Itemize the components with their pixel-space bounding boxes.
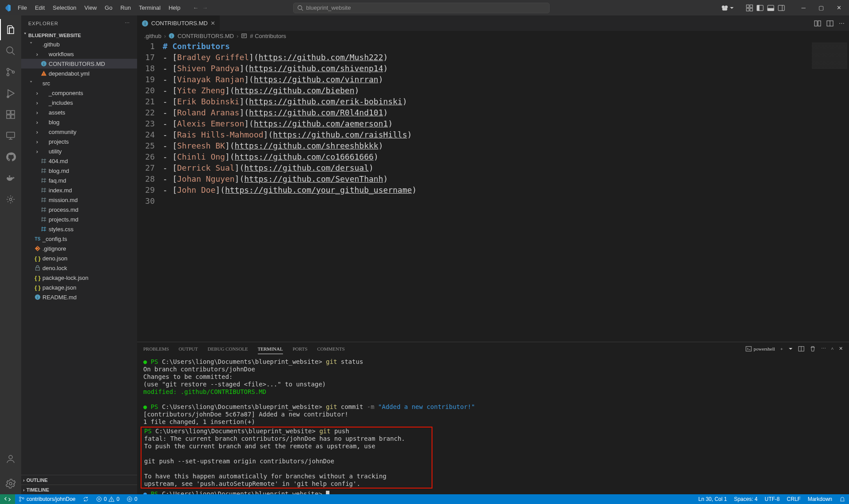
git-branch[interactable]: contributors/johnDoe — [15, 496, 79, 502]
tab-contributors[interactable]: i CONTRIBUTORS.MD ✕ — [137, 15, 220, 31]
open-preview-icon[interactable] — [826, 20, 834, 27]
docker-icon[interactable] — [0, 168, 21, 189]
layout-sidebar-left-icon[interactable] — [757, 4, 764, 11]
split-terminal-icon[interactable] — [798, 346, 804, 352]
menu-selection[interactable]: Selection — [49, 3, 80, 13]
minimap[interactable] — [812, 42, 847, 69]
sync-icon[interactable] — [79, 496, 92, 502]
remote-indicator-icon[interactable] — [0, 494, 15, 504]
tree-item-contributors-md[interactable]: iCONTRIBUTORS.MD — [21, 59, 137, 69]
language-mode[interactable]: Markdown — [804, 496, 836, 502]
menu-file[interactable]: File — [14, 3, 31, 13]
compare-changes-icon[interactable] — [814, 20, 821, 27]
tree-item-mission-md[interactable]: mission.md — [21, 195, 137, 205]
tree-item-index-md[interactable]: index.md — [21, 185, 137, 195]
nav-back-icon[interactable]: ← — [193, 4, 199, 11]
tree-item-readme-md[interactable]: iREADME.md — [21, 292, 137, 302]
tree-item-404-md[interactable]: 404.md — [21, 156, 137, 166]
tree-item-styles-css[interactable]: styles.css — [21, 224, 137, 234]
tree-item-community[interactable]: ›community — [21, 127, 137, 137]
menu-view[interactable]: View — [81, 3, 100, 13]
panel-tab-ports[interactable]: PORTS — [293, 346, 308, 351]
terminal-dropdown-icon[interactable] — [788, 347, 793, 351]
command-center[interactable]: blueprint_website — [293, 3, 550, 13]
extensions-icon[interactable] — [0, 104, 21, 125]
close-icon[interactable]: ✕ — [832, 4, 845, 11]
terminal-body[interactable]: ● PS C:\Users\liong\Documents\blueprint_… — [137, 355, 849, 494]
tree-item-blog-md[interactable]: blog.md — [21, 166, 137, 176]
outline-section[interactable]: ›OUTLINE — [21, 475, 137, 485]
menu-terminal[interactable]: Terminal — [135, 3, 164, 13]
copilot-icon[interactable] — [721, 4, 734, 12]
cursor-position[interactable]: Ln 30, Col 1 — [695, 496, 730, 502]
run-debug-icon[interactable] — [0, 83, 21, 104]
svg-point-90 — [19, 497, 21, 499]
tree-item--github[interactable]: ˅.github — [21, 39, 137, 49]
tree-item-projects[interactable]: ›projects — [21, 137, 137, 146]
remote-explorer-icon[interactable] — [0, 125, 21, 146]
sidebar-more-icon[interactable]: ⋯ — [125, 20, 130, 26]
tree-item-dependabot-yml[interactable]: !dependabot.yml — [21, 69, 137, 78]
tab-close-icon[interactable]: ✕ — [210, 20, 215, 27]
project-header[interactable]: ˅BLUEPRINT_WEBSITE — [21, 31, 137, 39]
tree-item-workflows[interactable]: ›workflows — [21, 49, 137, 59]
tree-item-package-json[interactable]: { }package.json — [21, 283, 137, 292]
tree-item-deno-json[interactable]: { }deno.json — [21, 253, 137, 263]
github-icon[interactable] — [0, 146, 21, 168]
tree-item-utility[interactable]: ›utility — [21, 146, 137, 156]
tree-item-blog[interactable]: ›blog — [21, 117, 137, 127]
tree-item--config-ts[interactable]: TS_config.ts — [21, 234, 137, 244]
svg-line-51 — [45, 188, 45, 193]
svg-point-33 — [9, 455, 12, 459]
layout-sidebar-right-icon[interactable] — [778, 4, 785, 11]
source-control-icon[interactable] — [0, 61, 21, 83]
tree-item-projects-md[interactable]: projects.md — [21, 214, 137, 224]
panel-tab-output[interactable]: OUTPUT — [179, 346, 198, 351]
panel-more-icon[interactable]: ⋯ — [821, 346, 826, 351]
tree-item-assets[interactable]: ›assets — [21, 107, 137, 117]
tree-item-process-md[interactable]: process.md — [21, 205, 137, 214]
terminal-profile[interactable]: powershell — [746, 346, 775, 352]
code-editor[interactable]: 11718192021222324252627282930 # Contribu… — [137, 41, 849, 342]
svg-text:i: i — [171, 34, 172, 38]
new-terminal-icon[interactable]: + — [780, 346, 783, 351]
tree-item-deno-lock[interactable]: deno.lock — [21, 263, 137, 273]
eol[interactable]: CRLF — [783, 496, 804, 502]
errors-warnings[interactable]: 0 0 — [92, 496, 123, 502]
menu-run[interactable]: Run — [117, 3, 134, 13]
maximize-panel-icon[interactable]: ^ — [831, 346, 834, 351]
panel-tab-debug-console[interactable]: DEBUG CONSOLE — [207, 346, 248, 351]
accounts-icon[interactable] — [0, 448, 21, 470]
panel-tab-comments[interactable]: COMMENTS — [317, 346, 344, 351]
search-activity-icon[interactable] — [0, 40, 21, 61]
layout-panel-icon[interactable] — [767, 4, 774, 11]
indentation[interactable]: Spaces: 4 — [730, 496, 761, 502]
explorer-icon[interactable] — [0, 19, 21, 40]
maximize-icon[interactable]: ▢ — [815, 4, 828, 11]
settings-gear-icon[interactable] — [0, 189, 21, 210]
tree-item-src[interactable]: ˅src — [21, 78, 137, 88]
panel-tab-terminal[interactable]: TERMINAL — [258, 346, 283, 354]
breadcrumbs[interactable]: .github› i CONTRIBUTORS.MD› # Contributo… — [137, 31, 849, 41]
menu-go[interactable]: Go — [101, 3, 116, 13]
tree-item--gitignore[interactable]: .gitignore — [21, 244, 137, 253]
tree-item-package-lock-json[interactable]: { }package-lock.json — [21, 273, 137, 283]
minimize-icon[interactable]: ─ — [797, 4, 810, 11]
manage-icon[interactable] — [0, 473, 21, 494]
tree-item--includes[interactable]: ›_includes — [21, 98, 137, 107]
menu-help[interactable]: Help — [165, 3, 184, 13]
tree-item-faq-md[interactable]: faq.md — [21, 176, 137, 185]
panel-tab-problems[interactable]: PROBLEMS — [143, 346, 169, 351]
menu-edit[interactable]: Edit — [31, 3, 48, 13]
close-panel-icon[interactable]: ✕ — [839, 346, 843, 351]
more-actions-icon[interactable]: ⋯ — [839, 20, 845, 27]
nav-forward-icon[interactable]: → — [202, 4, 208, 11]
tree-item--components[interactable]: ›_components — [21, 88, 137, 98]
notifications-icon[interactable] — [836, 496, 849, 502]
kill-terminal-icon[interactable] — [810, 346, 816, 352]
encoding[interactable]: UTF-8 — [761, 496, 783, 502]
ports[interactable]: 0 — [123, 496, 141, 502]
layout-customize-icon[interactable] — [746, 4, 753, 11]
svg-rect-25 — [7, 132, 15, 137]
timeline-section[interactable]: ›TIMELINE — [21, 485, 137, 494]
